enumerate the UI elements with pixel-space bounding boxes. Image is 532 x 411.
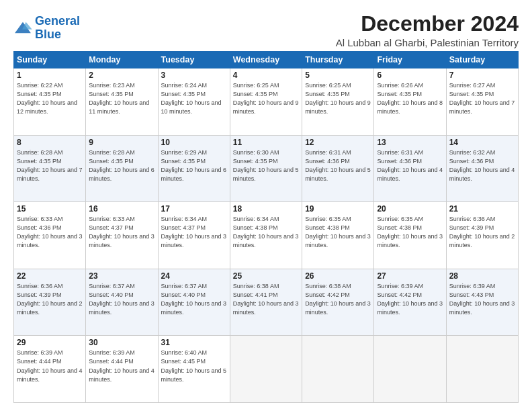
calendar-row: 15Sunrise: 6:33 AMSunset: 4:36 PMDayligh… xyxy=(14,202,519,269)
table-row: 17Sunrise: 6:34 AMSunset: 4:37 PMDayligh… xyxy=(158,202,230,269)
day-detail: Sunrise: 6:33 AMSunset: 4:37 PMDaylight:… xyxy=(89,215,154,250)
day-detail: Sunrise: 6:34 AMSunset: 4:38 PMDaylight:… xyxy=(233,215,299,250)
logo-icon xyxy=(13,21,32,36)
header-tuesday: Tuesday xyxy=(158,52,230,68)
day-detail: Sunrise: 6:39 AMSunset: 4:44 PMDaylight:… xyxy=(17,349,83,383)
day-detail: Sunrise: 6:31 AMSunset: 4:36 PMDaylight:… xyxy=(305,148,371,183)
day-number: 13 xyxy=(377,138,443,147)
day-number: 30 xyxy=(89,338,154,347)
logo-line1: General xyxy=(35,14,80,28)
calendar-row: 8Sunrise: 6:28 AMSunset: 4:35 PMDaylight… xyxy=(14,135,519,202)
day-number: 20 xyxy=(377,204,443,214)
table-row: 6Sunrise: 6:26 AMSunset: 4:35 PMDaylight… xyxy=(374,68,446,136)
day-detail: Sunrise: 6:31 AMSunset: 4:36 PMDaylight:… xyxy=(377,148,443,183)
day-detail: Sunrise: 6:38 AMSunset: 4:42 PMDaylight:… xyxy=(305,282,371,317)
day-number: 12 xyxy=(305,138,371,147)
table-row: 2Sunrise: 6:23 AMSunset: 4:35 PMDaylight… xyxy=(86,68,158,136)
header-friday: Friday xyxy=(374,52,446,68)
day-detail: Sunrise: 6:30 AMSunset: 4:35 PMDaylight:… xyxy=(233,148,299,183)
table-row: 12Sunrise: 6:31 AMSunset: 4:36 PMDayligh… xyxy=(302,135,374,202)
day-number: 29 xyxy=(17,338,83,347)
day-number: 1 xyxy=(17,71,83,80)
table-row: 8Sunrise: 6:28 AMSunset: 4:35 PMDaylight… xyxy=(14,135,86,202)
day-detail: Sunrise: 6:25 AMSunset: 4:35 PMDaylight:… xyxy=(305,81,371,116)
table-row: 5Sunrise: 6:25 AMSunset: 4:35 PMDaylight… xyxy=(302,68,374,136)
calendar-row: 29Sunrise: 6:39 AMSunset: 4:44 PMDayligh… xyxy=(14,336,519,403)
logo: General Blue xyxy=(13,15,80,42)
day-detail: Sunrise: 6:36 AMSunset: 4:39 PMDaylight:… xyxy=(449,215,515,250)
day-detail: Sunrise: 6:35 AMSunset: 4:38 PMDaylight:… xyxy=(377,215,443,250)
day-detail: Sunrise: 6:37 AMSunset: 4:40 PMDaylight:… xyxy=(161,282,227,317)
day-detail: Sunrise: 6:33 AMSunset: 4:36 PMDaylight:… xyxy=(17,215,83,250)
day-number: 28 xyxy=(449,271,515,281)
table-row: 1Sunrise: 6:22 AMSunset: 4:35 PMDaylight… xyxy=(14,68,86,136)
calendar-row: 22Sunrise: 6:36 AMSunset: 4:39 PMDayligh… xyxy=(14,269,519,336)
location-title: Al Lubban al Gharbi, Palestinian Territo… xyxy=(336,37,519,48)
table-row: 3Sunrise: 6:24 AMSunset: 4:35 PMDaylight… xyxy=(158,68,230,136)
day-number: 14 xyxy=(449,138,515,147)
day-number: 23 xyxy=(89,271,154,281)
calendar: Sunday Monday Tuesday Wednesday Thursday… xyxy=(13,51,519,403)
day-number: 15 xyxy=(17,204,83,214)
table-row: 10Sunrise: 6:29 AMSunset: 4:35 PMDayligh… xyxy=(158,135,230,202)
table-row: 7Sunrise: 6:27 AMSunset: 4:35 PMDaylight… xyxy=(446,68,518,136)
day-detail: Sunrise: 6:24 AMSunset: 4:35 PMDaylight:… xyxy=(161,81,227,116)
table-row: 25Sunrise: 6:38 AMSunset: 4:41 PMDayligh… xyxy=(230,269,302,336)
day-number: 27 xyxy=(377,271,443,281)
day-detail: Sunrise: 6:23 AMSunset: 4:35 PMDaylight:… xyxy=(89,81,154,116)
day-detail: Sunrise: 6:25 AMSunset: 4:35 PMDaylight:… xyxy=(233,81,299,116)
day-detail: Sunrise: 6:36 AMSunset: 4:39 PMDaylight:… xyxy=(17,282,83,317)
day-detail: Sunrise: 6:39 AMSunset: 4:42 PMDaylight:… xyxy=(377,282,443,317)
table-row: 13Sunrise: 6:31 AMSunset: 4:36 PMDayligh… xyxy=(374,135,446,202)
day-detail: Sunrise: 6:32 AMSunset: 4:36 PMDaylight:… xyxy=(449,148,515,183)
table-row xyxy=(302,336,374,403)
title-block: December 2024 Al Lubban al Gharbi, Pales… xyxy=(336,12,519,48)
day-detail: Sunrise: 6:27 AMSunset: 4:35 PMDaylight:… xyxy=(449,81,515,116)
table-row xyxy=(374,336,446,403)
day-number: 25 xyxy=(233,271,299,281)
day-number: 21 xyxy=(449,204,515,214)
day-number: 11 xyxy=(233,138,299,147)
table-row: 15Sunrise: 6:33 AMSunset: 4:36 PMDayligh… xyxy=(14,202,86,269)
table-row: 4Sunrise: 6:25 AMSunset: 4:35 PMDaylight… xyxy=(230,68,302,136)
month-title: December 2024 xyxy=(336,12,519,36)
day-number: 4 xyxy=(233,71,299,80)
day-detail: Sunrise: 6:40 AMSunset: 4:45 PMDaylight:… xyxy=(161,349,227,383)
day-number: 9 xyxy=(89,138,154,147)
day-number: 24 xyxy=(161,271,227,281)
table-row: 28Sunrise: 6:39 AMSunset: 4:43 PMDayligh… xyxy=(446,269,518,336)
table-row: 16Sunrise: 6:33 AMSunset: 4:37 PMDayligh… xyxy=(86,202,158,269)
table-row: 27Sunrise: 6:39 AMSunset: 4:42 PMDayligh… xyxy=(374,269,446,336)
header: General Blue December 2024 Al Lubban al … xyxy=(13,12,519,48)
header-monday: Monday xyxy=(86,52,158,68)
logo-text: General Blue xyxy=(35,15,80,42)
day-detail: Sunrise: 6:39 AMSunset: 4:43 PMDaylight:… xyxy=(449,282,515,317)
day-detail: Sunrise: 6:26 AMSunset: 4:35 PMDaylight:… xyxy=(377,81,443,116)
day-number: 5 xyxy=(305,71,371,80)
day-number: 16 xyxy=(89,204,154,214)
day-number: 22 xyxy=(17,271,83,281)
day-detail: Sunrise: 6:29 AMSunset: 4:35 PMDaylight:… xyxy=(161,148,227,183)
day-detail: Sunrise: 6:34 AMSunset: 4:37 PMDaylight:… xyxy=(161,215,227,250)
table-row: 29Sunrise: 6:39 AMSunset: 4:44 PMDayligh… xyxy=(14,336,86,403)
day-number: 26 xyxy=(305,271,371,281)
day-number: 3 xyxy=(161,71,227,80)
header-thursday: Thursday xyxy=(302,52,374,68)
table-row: 31Sunrise: 6:40 AMSunset: 4:45 PMDayligh… xyxy=(158,336,230,403)
weekday-header-row: Sunday Monday Tuesday Wednesday Thursday… xyxy=(14,52,519,68)
day-detail: Sunrise: 6:22 AMSunset: 4:35 PMDaylight:… xyxy=(17,81,83,116)
day-number: 2 xyxy=(89,71,154,80)
table-row: 26Sunrise: 6:38 AMSunset: 4:42 PMDayligh… xyxy=(302,269,374,336)
day-detail: Sunrise: 6:39 AMSunset: 4:44 PMDaylight:… xyxy=(89,349,154,383)
day-number: 19 xyxy=(305,204,371,214)
day-detail: Sunrise: 6:28 AMSunset: 4:35 PMDaylight:… xyxy=(89,148,154,183)
table-row: 23Sunrise: 6:37 AMSunset: 4:40 PMDayligh… xyxy=(86,269,158,336)
day-number: 10 xyxy=(161,138,227,147)
day-detail: Sunrise: 6:35 AMSunset: 4:38 PMDaylight:… xyxy=(305,215,371,250)
day-detail: Sunrise: 6:38 AMSunset: 4:41 PMDaylight:… xyxy=(233,282,299,317)
table-row: 20Sunrise: 6:35 AMSunset: 4:38 PMDayligh… xyxy=(374,202,446,269)
table-row: 24Sunrise: 6:37 AMSunset: 4:40 PMDayligh… xyxy=(158,269,230,336)
table-row: 30Sunrise: 6:39 AMSunset: 4:44 PMDayligh… xyxy=(86,336,158,403)
page: General Blue December 2024 Al Lubban al … xyxy=(0,0,532,411)
table-row: 9Sunrise: 6:28 AMSunset: 4:35 PMDaylight… xyxy=(86,135,158,202)
